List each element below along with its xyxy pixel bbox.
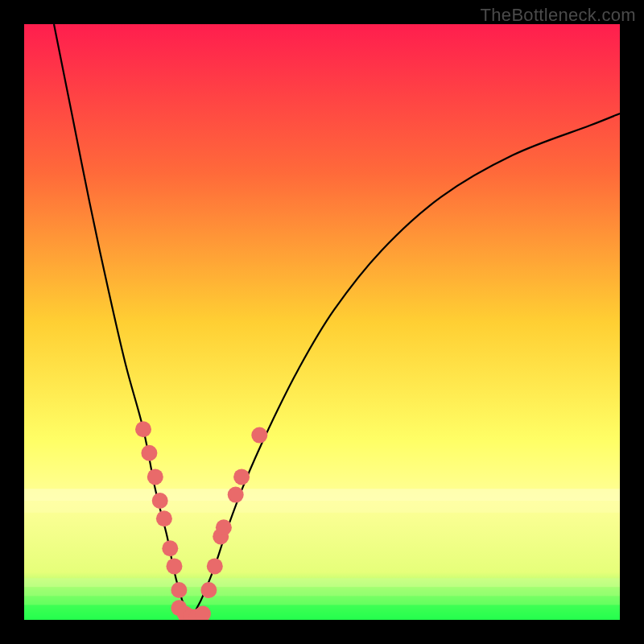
scatter-dot	[141, 445, 157, 461]
scatter-dot	[228, 487, 244, 503]
gradient-background	[24, 24, 620, 620]
scatter-dot	[135, 421, 151, 437]
scatter-dot	[147, 469, 163, 485]
scatter-dot	[156, 510, 172, 526]
scatter-dot	[200, 582, 217, 598]
chart-container: TheBottleneck.com	[0, 0, 644, 644]
svg-rect-1	[24, 501, 620, 513]
watermark-text: TheBottleneck.com	[481, 5, 636, 26]
scatter-dot	[166, 558, 182, 574]
plot-area	[24, 24, 620, 620]
scatter-dot	[207, 558, 223, 574]
svg-rect-3	[24, 587, 620, 596]
svg-rect-4	[24, 596, 620, 605]
scatter-dot	[251, 427, 267, 444]
scatter-dot	[171, 582, 187, 598]
svg-rect-0	[24, 489, 620, 501]
svg-rect-2	[24, 578, 620, 587]
svg-rect-5	[24, 605, 620, 621]
scatter-dot	[162, 540, 178, 556]
scatter-dot	[216, 519, 232, 535]
chart-svg	[24, 24, 620, 620]
scatter-dot	[152, 493, 168, 509]
scatter-dot	[233, 469, 250, 485]
